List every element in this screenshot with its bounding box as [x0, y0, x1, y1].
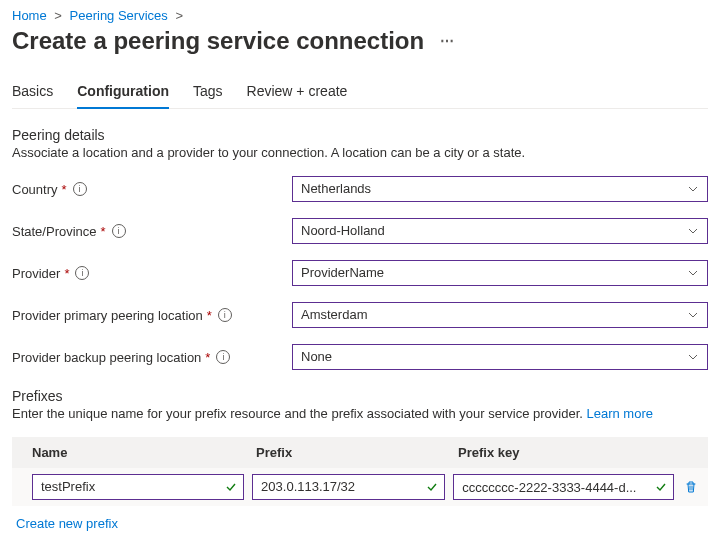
col-prefix-key: Prefix key	[458, 445, 700, 460]
prefix-value-input[interactable]: 203.0.113.17/32	[252, 474, 445, 500]
field-backup-location-label: Provider backup peering location * i	[12, 350, 292, 365]
peering-details-desc: Associate a location and a provider to y…	[12, 145, 708, 160]
backup-location-select[interactable]: None	[292, 344, 708, 370]
tabs: Basics Configuration Tags Review + creat…	[12, 83, 708, 109]
tab-review-create[interactable]: Review + create	[247, 83, 348, 108]
tab-basics[interactable]: Basics	[12, 83, 53, 108]
required-asterisk: *	[62, 182, 67, 197]
field-provider-label: Provider * i	[12, 266, 292, 281]
field-provider-row: Provider * i ProviderName	[12, 260, 708, 286]
info-icon[interactable]: i	[218, 308, 232, 322]
learn-more-link[interactable]: Learn more	[586, 406, 652, 421]
field-backup-location-row: Provider backup peering location * i Non…	[12, 344, 708, 370]
page-title: Create a peering service connection ⋯	[12, 27, 708, 55]
required-asterisk: *	[64, 266, 69, 281]
label-text: Provider primary peering location	[12, 308, 203, 323]
info-icon[interactable]: i	[75, 266, 89, 280]
prefix-name-input[interactable]: testPrefix	[32, 474, 244, 500]
label-text: Provider	[12, 266, 60, 281]
info-icon[interactable]: i	[73, 182, 87, 196]
provider-select[interactable]: ProviderName	[292, 260, 708, 286]
chevron-down-icon	[687, 309, 699, 321]
select-value: Amsterdam	[301, 307, 367, 322]
required-asterisk: *	[205, 350, 210, 365]
breadcrumb-peering-services[interactable]: Peering Services	[70, 8, 168, 23]
col-name: Name	[32, 445, 256, 460]
primary-location-select[interactable]: Amsterdam	[292, 302, 708, 328]
breadcrumb-home[interactable]: Home	[12, 8, 47, 23]
country-select[interactable]: Netherlands	[292, 176, 708, 202]
label-text: State/Province	[12, 224, 97, 239]
field-primary-location-label: Provider primary peering location * i	[12, 308, 292, 323]
tab-tags[interactable]: Tags	[193, 83, 223, 108]
check-icon	[426, 481, 438, 493]
chevron-down-icon	[687, 351, 699, 363]
prefixes-heading: Prefixes	[12, 388, 708, 404]
check-icon	[655, 481, 667, 493]
chevron-down-icon	[687, 183, 699, 195]
tab-configuration[interactable]: Configuration	[77, 83, 169, 109]
label-text: Provider backup peering location	[12, 350, 201, 365]
required-asterisk: *	[207, 308, 212, 323]
field-primary-location-row: Provider primary peering location * i Am…	[12, 302, 708, 328]
field-country-row: Country * i Netherlands	[12, 176, 708, 202]
state-select[interactable]: Noord-Holland	[292, 218, 708, 244]
field-country-label: Country * i	[12, 182, 292, 197]
select-value: ProviderName	[301, 265, 384, 280]
label-text: Country	[12, 182, 58, 197]
select-value: Netherlands	[301, 181, 371, 196]
field-state-label: State/Province * i	[12, 224, 292, 239]
select-value: Noord-Holland	[301, 223, 385, 238]
col-prefix: Prefix	[256, 445, 458, 460]
prefixes-desc: Enter the unique name for your prefix re…	[12, 406, 708, 421]
prefixes-table: Name Prefix Prefix key testPrefix 203.0.…	[12, 437, 708, 506]
select-value: None	[301, 349, 332, 364]
peering-details-heading: Peering details	[12, 127, 708, 143]
breadcrumb: Home > Peering Services >	[12, 8, 708, 23]
chevron-down-icon	[687, 267, 699, 279]
breadcrumb-sep: >	[171, 8, 187, 23]
check-icon	[225, 481, 237, 493]
chevron-down-icon	[687, 225, 699, 237]
table-header: Name Prefix Prefix key	[12, 437, 708, 468]
info-icon[interactable]: i	[216, 350, 230, 364]
input-value: cccccccc-2222-3333-4444-d...	[462, 476, 636, 500]
delete-icon[interactable]	[682, 478, 700, 496]
prefix-key-input[interactable]: cccccccc-2222-3333-4444-d...	[453, 474, 674, 500]
prefixes-desc-text: Enter the unique name for your prefix re…	[12, 406, 586, 421]
required-asterisk: *	[101, 224, 106, 239]
field-state-row: State/Province * i Noord-Holland	[12, 218, 708, 244]
more-actions-icon[interactable]: ⋯	[440, 33, 456, 49]
table-row: testPrefix 203.0.113.17/32 cccccccc-2222…	[12, 468, 708, 506]
create-new-prefix-link[interactable]: Create new prefix	[16, 516, 118, 531]
breadcrumb-sep: >	[50, 8, 66, 23]
page-title-text: Create a peering service connection	[12, 27, 424, 55]
input-value: 203.0.113.17/32	[261, 479, 355, 494]
info-icon[interactable]: i	[112, 224, 126, 238]
input-value: testPrefix	[41, 479, 95, 494]
